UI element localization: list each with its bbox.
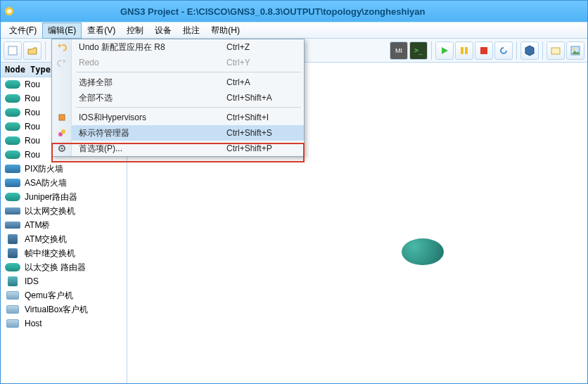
menu-help[interactable]: 帮助(H) xyxy=(205,23,245,39)
toolbar-separator xyxy=(431,41,432,60)
menu-redo: Redo Ctrl+Y xyxy=(52,55,304,70)
node-label: ASA防火墙 xyxy=(25,177,67,189)
menu-preferences[interactable]: 首选项(P)... Ctrl+Shift+P xyxy=(52,141,304,156)
menu-label: Undo 新配置应用在 R8 xyxy=(72,41,226,53)
node-item[interactable]: Host xyxy=(1,316,127,331)
tool-snapshot[interactable]: MI xyxy=(390,41,408,60)
menu-symbol-manager[interactable]: 标示符管理器 Ctrl+Shift+S xyxy=(52,125,304,141)
menu-shortcut: Ctrl+Shift+S xyxy=(226,128,304,138)
menu-control[interactable]: 控制 xyxy=(121,23,149,39)
tool-new[interactable] xyxy=(4,41,22,60)
tool-stop[interactable] xyxy=(475,41,493,60)
node-label: Host xyxy=(25,319,42,328)
menu-select-all[interactable]: 选择全部 Ctrl+A xyxy=(52,75,304,90)
menu-shortcut: Ctrl+Z xyxy=(226,42,304,52)
node-item[interactable]: 帧中继交换机 xyxy=(1,246,127,260)
node-label: Rou xyxy=(25,122,40,132)
menu-label: 标示符管理器 xyxy=(72,127,226,139)
svg-rect-6 xyxy=(551,48,560,54)
tool-vbox[interactable] xyxy=(520,41,539,60)
svg-point-1 xyxy=(7,9,11,13)
menu-shortcut: Ctrl+A xyxy=(226,77,304,87)
node-item[interactable]: VirtualBox客户机 xyxy=(1,302,127,316)
menu-label: IOS和Hypervisors xyxy=(72,112,226,124)
svg-point-11 xyxy=(61,129,65,134)
tool-pause[interactable] xyxy=(455,41,473,60)
menu-annot[interactable]: 批注 xyxy=(177,23,205,39)
tool-open[interactable] xyxy=(23,41,41,60)
menu-shortcut: Ctrl+Shift+A xyxy=(226,93,304,103)
node-label: PIX防火墙 xyxy=(25,163,63,175)
node-item[interactable]: ATM交换机 xyxy=(1,232,127,246)
svg-rect-4 xyxy=(465,47,468,54)
menubar: 文件(F) 编辑(E) 查看(V) 控制 设备 批注 帮助(H) xyxy=(1,22,587,39)
menu-shortcut: Ctrl+Y xyxy=(226,58,304,68)
menu-label: 首选项(P)... xyxy=(72,143,226,155)
node-item[interactable]: PIX防火墙 xyxy=(1,162,127,176)
node-item[interactable]: ATM桥 xyxy=(1,218,127,232)
menu-shortcut: Ctrl+Shift+P xyxy=(226,143,304,153)
toolbar-separator xyxy=(542,41,543,60)
menu-edit[interactable]: 编辑(E) xyxy=(42,23,82,39)
svg-point-13 xyxy=(60,148,63,150)
node-label: Rou xyxy=(25,108,40,117)
node-label: Rou xyxy=(25,79,40,89)
tool-reload[interactable] xyxy=(494,41,513,60)
menu-shortcut: Ctrl+Shift+I xyxy=(226,113,304,122)
app-icon xyxy=(4,6,15,17)
tool-notes[interactable] xyxy=(547,41,565,60)
node-label: Rou xyxy=(25,94,40,103)
toolbar-separator xyxy=(516,41,517,60)
node-label: IDS xyxy=(25,276,39,286)
menu-label: Redo xyxy=(72,58,226,68)
menu-view[interactable]: 查看(V) xyxy=(82,23,121,39)
node-item[interactable]: Juniper路由器 xyxy=(1,190,127,204)
tool-console[interactable]: >_ xyxy=(409,41,428,60)
chip-icon xyxy=(52,110,72,125)
node-label: Qemu客户机 xyxy=(25,290,73,302)
edit-menu-dropdown: Undo 新配置应用在 R8 Ctrl+Z Redo Ctrl+Y 选择全部 C… xyxy=(51,39,305,157)
node-label: ATM桥 xyxy=(25,219,50,231)
toolbar-separator xyxy=(45,41,46,60)
node-item[interactable]: 以太交换 路由器 xyxy=(1,260,127,274)
window-title: GNS3 Project - E:\CISCO\GNS3_0.8.3\OUTPU… xyxy=(120,6,425,17)
menu-label: 选择全部 xyxy=(72,77,226,89)
menu-ios-hypervisors[interactable]: IOS和Hypervisors Ctrl+Shift+I xyxy=(52,110,304,125)
titlebar: GNS3 Project - E:\CISCO\GNS3_0.8.3\OUTPU… xyxy=(1,1,587,22)
svg-rect-2 xyxy=(8,46,17,55)
menu-device[interactable]: 设备 xyxy=(149,23,177,39)
svg-rect-5 xyxy=(480,47,487,54)
node-label: VirtualBox客户机 xyxy=(25,304,88,316)
menu-label: 全部不选 xyxy=(72,92,226,104)
node-label: Rou xyxy=(25,136,40,146)
node-label: Rou xyxy=(25,150,40,160)
node-label: 帧中继交换机 xyxy=(25,248,75,260)
redo-icon xyxy=(52,55,72,70)
node-label: 以太网交换机 xyxy=(25,205,75,217)
tool-picture[interactable] xyxy=(566,41,584,60)
node-label: ATM交换机 xyxy=(25,233,67,245)
node-item[interactable]: ASA防火墙 xyxy=(1,176,127,190)
blank-icon xyxy=(52,75,72,90)
svg-rect-3 xyxy=(461,47,464,54)
node-label: 以太交换 路由器 xyxy=(25,262,86,274)
canvas-router-node[interactable] xyxy=(402,238,444,265)
gear-icon xyxy=(52,141,72,156)
symbol-icon xyxy=(52,125,72,141)
node-item[interactable]: Qemu客户机 xyxy=(1,288,127,302)
node-item[interactable]: 以太网交换机 xyxy=(1,204,127,218)
menu-undo[interactable]: Undo 新配置应用在 R8 Ctrl+Z xyxy=(52,39,304,55)
blank-icon xyxy=(52,90,72,105)
node-item[interactable]: IDS xyxy=(1,274,127,288)
undo-icon xyxy=(52,39,72,55)
svg-point-8 xyxy=(573,48,575,50)
svg-rect-9 xyxy=(59,115,65,120)
menu-select-none[interactable]: 全部不选 Ctrl+Shift+A xyxy=(52,90,304,105)
tool-play[interactable] xyxy=(435,41,454,60)
node-label: Juniper路由器 xyxy=(25,191,77,203)
window-sysicons xyxy=(4,6,15,17)
menu-file[interactable]: 文件(F) xyxy=(4,23,42,39)
